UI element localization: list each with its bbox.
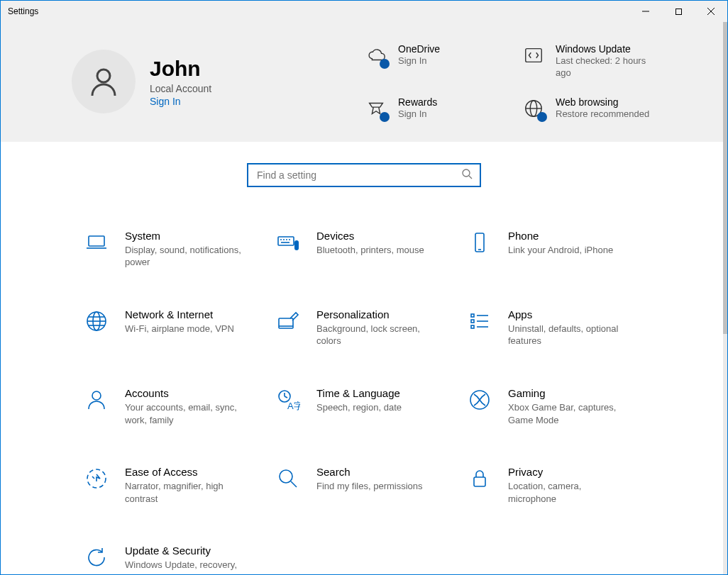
category-title: Phone [508,230,613,242]
status-rewards[interactable]: Rewards Sign In [364,96,499,121]
status-sub: Last checked: 2 hours ago [556,55,656,79]
category-privacy[interactable]: PrivacyLocation, camera, microphone [467,466,644,505]
svg-rect-1 [675,9,681,14]
status-title: Web browsing [556,96,649,108]
status-sub: Sign In [398,108,437,121]
category-title: Ease of Access [125,466,246,478]
status-title: Rewards [398,96,437,108]
svg-rect-30 [471,320,474,323]
search-icon [461,168,473,182]
category-title: Update & Security [125,545,246,557]
list-icon [467,308,492,334]
window-controls [629,1,727,22]
cloud-icon [364,43,388,67]
category-sub: Display, sound, notifications, power [125,244,246,269]
ribbon-icon [364,96,388,121]
status-windows-update[interactable]: Windows Update Last checked: 2 hours ago [522,43,656,79]
category-update-security[interactable]: Update & SecurityWindows Update, recover… [84,545,261,574]
user-icon [87,65,121,99]
refresh-icon [84,545,109,570]
avatar [72,50,136,113]
category-title: Devices [316,230,424,242]
svg-text:A字: A字 [287,401,300,411]
category-search[interactable]: SearchFind my files, permissions [275,466,453,505]
svg-point-4 [97,69,110,82]
category-sub: Uninstall, defaults, optional features [508,323,629,347]
close-button[interactable] [695,1,727,22]
category-devices[interactable]: DevicesBluetooth, printers, mouse [275,230,453,269]
category-network[interactable]: Network & InternetWi-Fi, airplane mode, … [84,308,261,347]
scrollbar[interactable] [723,22,727,574]
status-title: Windows Update [556,43,656,55]
category-title: Accounts [125,387,246,399]
status-web-browsing[interactable]: Web browsing Restore recommended [522,96,656,121]
header: John Local Account Sign In OneDrive Sign… [1,22,727,142]
category-time-language[interactable]: A字 Time & LanguageSpeech, region, date [275,387,453,426]
category-title: Apps [508,308,629,320]
category-gaming[interactable]: GamingXbox Game Bar, captures, Game Mode [467,387,644,426]
category-title: Time & Language [316,387,402,399]
status-title: OneDrive [398,43,440,55]
svg-rect-31 [471,325,474,328]
svg-line-43 [291,481,297,487]
category-title: System [125,230,246,242]
svg-rect-44 [474,477,485,486]
categories-grid: SystemDisplay, sound, notifications, pow… [77,230,651,574]
magnifier-icon [275,466,301,491]
ease-of-access-icon [84,466,109,491]
category-sub: Bluetooth, printers, mouse [316,244,424,257]
category-sub: Background, lock screen, colors [316,323,437,347]
category-title: Network & Internet [125,308,234,320]
status-sub: Restore recommended [556,108,649,121]
svg-rect-29 [471,314,474,317]
category-title: Search [316,466,423,478]
category-sub: Find my files, permissions [316,480,423,493]
window-title: Settings [8,6,38,16]
user-block[interactable]: John Local Account Sign In [72,43,364,121]
phone-icon [467,230,492,255]
svg-point-35 [92,391,101,400]
minimize-button[interactable] [629,1,662,22]
category-title: Privacy [508,466,629,478]
status-onedrive[interactable]: OneDrive Sign In [364,43,499,79]
svg-rect-20 [475,233,484,252]
svg-point-9 [463,169,470,177]
svg-rect-19 [294,240,299,250]
svg-rect-5 [526,49,542,62]
user-account-type: Local Account [150,83,211,94]
svg-line-38 [285,396,287,398]
status-sub: Sign In [398,55,440,67]
laptop-icon [84,230,109,255]
person-icon [84,387,109,413]
globe-icon [522,96,546,121]
category-apps[interactable]: AppsUninstall, defaults, optional featur… [467,308,644,347]
category-ease-of-access[interactable]: Ease of AccessNarrator, magnifier, high … [84,466,261,505]
category-accounts[interactable]: AccountsYour accounts, email, sync, work… [84,387,261,426]
time-language-icon: A字 [275,387,301,413]
user-signin-link[interactable]: Sign In [150,96,211,107]
globe-icon [84,308,109,334]
sync-icon [522,43,546,67]
svg-rect-13 [278,237,294,245]
lock-icon [467,466,492,491]
content: SystemDisplay, sound, notifications, pow… [1,142,727,574]
search-box[interactable] [247,163,481,187]
titlebar: Settings [1,1,727,22]
paint-icon [275,308,301,334]
category-title: Gaming [508,387,629,399]
search-input[interactable] [255,169,461,182]
category-sub: Location, camera, microphone [508,480,629,505]
svg-line-10 [469,176,472,179]
svg-point-42 [280,470,292,483]
category-personalization[interactable]: PersonalizationBackground, lock screen, … [275,308,453,347]
category-system[interactable]: SystemDisplay, sound, notifications, pow… [84,230,261,269]
category-phone[interactable]: PhoneLink your Android, iPhone [467,230,644,269]
category-sub: Link your Android, iPhone [508,244,613,257]
xbox-icon [467,387,492,413]
keyboard-icon [275,230,301,255]
user-name: John [150,57,211,80]
maximize-button[interactable] [662,1,695,22]
category-sub: Your accounts, email, sync, work, family [125,401,246,426]
category-sub: Narrator, magnifier, high contrast [125,480,246,505]
svg-rect-11 [89,236,104,246]
